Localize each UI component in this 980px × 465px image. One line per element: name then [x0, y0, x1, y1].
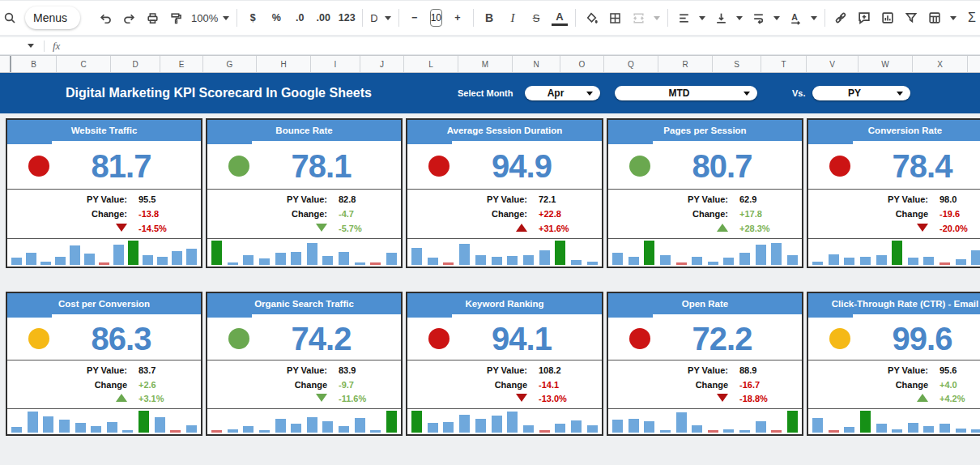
text-rotation-icon[interactable]: A	[787, 10, 803, 26]
change-percent: -13.0%	[539, 394, 567, 403]
horizontal-align-icon[interactable]	[675, 10, 692, 26]
period-value: MTD	[615, 87, 744, 99]
stat-row: PY Value:98.0	[808, 193, 980, 206]
spark-bar-blue	[771, 243, 782, 265]
decrease-font-size-button[interactable]: −	[407, 10, 423, 26]
column-header-T[interactable]: T	[761, 56, 807, 72]
column-header-I[interactable]: I	[311, 56, 360, 72]
change-label: Change:	[608, 209, 728, 219]
kpi-card-title: Website Traffic	[7, 120, 201, 141]
create-filter-icon[interactable]	[903, 10, 919, 26]
chevron-down-icon[interactable]	[736, 16, 743, 20]
status-dot-yellow	[28, 328, 49, 349]
column-header-X[interactable]: X	[913, 56, 968, 72]
column-header-O[interactable]: O	[560, 56, 604, 72]
bold-button[interactable]: B	[481, 10, 497, 26]
column-header-G[interactable]: G	[203, 56, 257, 72]
text-wrap-icon[interactable]	[750, 10, 766, 26]
stat-row: +4.2%	[808, 392, 980, 405]
column-header-E[interactable]: E	[160, 56, 203, 72]
spark-bar-blue	[956, 429, 966, 433]
column-header-C[interactable]: C	[57, 56, 111, 72]
italic-button[interactable]: I	[505, 10, 521, 26]
spark-bar-blue	[523, 425, 534, 433]
kpi-value: 99.6	[850, 321, 980, 357]
triangle-up-icon	[917, 394, 928, 402]
fill-color-icon[interactable]	[583, 10, 599, 26]
column-header-L[interactable]: L	[404, 56, 458, 72]
column-header-W[interactable]: W	[859, 56, 913, 72]
spark-bar-blue	[844, 427, 854, 433]
kpi-stats: PY Value:98.0Change-19.6-20.0%	[808, 190, 980, 240]
chevron-down-icon[interactable]	[699, 16, 705, 20]
spark-bar-blue	[612, 253, 623, 265]
vertical-align-icon[interactable]	[713, 10, 729, 26]
chevron-down-icon[interactable]	[773, 16, 780, 20]
kpi-value-row: 80.7	[608, 144, 802, 190]
change-percent: -11.6%	[339, 394, 366, 403]
column-header-N[interactable]: N	[513, 56, 560, 72]
chevron-down-icon	[897, 92, 903, 96]
insert-link-icon[interactable]	[833, 10, 849, 26]
undo-icon[interactable]	[97, 10, 113, 26]
merge-cells-icon	[630, 10, 646, 26]
redo-icon[interactable]	[121, 10, 137, 26]
py-value: 82.8	[339, 194, 356, 204]
chevron-down-icon[interactable]	[811, 16, 817, 20]
insert-table-icon[interactable]	[927, 10, 943, 26]
font-select[interactable]: Defaul...	[370, 12, 377, 24]
kpi-stats: PY Value:95.5Change:-13.8-14.5%	[7, 190, 201, 240]
paint-format-icon[interactable]	[168, 10, 184, 26]
change-value: +22.8	[539, 209, 561, 219]
name-box-dropdown-icon[interactable]	[28, 44, 34, 48]
spark-bar-blue	[660, 255, 671, 265]
format-percent-button[interactable]: %	[268, 10, 284, 26]
column-header-D[interactable]: D	[111, 56, 160, 72]
functions-button[interactable]: Σ	[964, 10, 980, 26]
stat-row: PY Value:95.5	[7, 193, 201, 206]
insert-chart-icon[interactable]	[880, 10, 896, 26]
column-header-Q[interactable]: Q	[604, 56, 658, 72]
column-header-M[interactable]: M	[458, 56, 513, 72]
search-icon[interactable]	[2, 10, 18, 26]
font-size-input[interactable]: 10	[430, 9, 442, 27]
text-color-button[interactable]: A	[552, 10, 568, 26]
py-value: 95.6	[940, 365, 957, 375]
column-header-B[interactable]: B	[11, 56, 57, 72]
compare-dropdown[interactable]: PY	[812, 86, 910, 100]
column-header-R[interactable]: R	[658, 56, 713, 72]
dashboard-title: Digital Marketing KPI Scorecard In Googl…	[16, 73, 421, 113]
more-formats-button[interactable]: 123	[339, 10, 355, 26]
chevron-down-icon[interactable]	[950, 16, 957, 20]
borders-icon[interactable]	[607, 10, 623, 26]
insert-comment-icon[interactable]	[856, 10, 872, 26]
format-currency-button[interactable]: $	[245, 10, 261, 26]
compare-value: PY	[812, 87, 897, 99]
change-percent: +31.6%	[539, 224, 569, 233]
spark-bar-blue	[75, 423, 86, 433]
py-label: PY Value:	[608, 365, 728, 375]
trend-triangle-cell	[608, 224, 728, 233]
increase-decimal-button[interactable]: .00	[315, 10, 331, 26]
stat-row: Change:-4.7	[207, 207, 401, 220]
decrease-decimal-button[interactable]: .0	[292, 10, 308, 26]
chevron-down-icon[interactable]	[385, 16, 391, 20]
spark-bar-blue	[756, 421, 766, 433]
column-header-V[interactable]: V	[807, 56, 859, 72]
column-header-S[interactable]: S	[713, 56, 761, 72]
strikethrough-button[interactable]: S	[528, 10, 544, 26]
spark-bar-blue	[243, 255, 254, 265]
column-header-J[interactable]: J	[360, 56, 404, 72]
zoom-select[interactable]: 100%	[191, 12, 229, 24]
menus-button[interactable]: Menus	[25, 6, 80, 29]
spark-bar-blue	[555, 424, 565, 433]
month-dropdown[interactable]: Apr	[525, 86, 600, 100]
toolbar-divider	[236, 9, 237, 27]
increase-font-size-button[interactable]: +	[450, 10, 466, 26]
spark-bar-blue	[908, 258, 918, 265]
column-header-H[interactable]: H	[257, 56, 311, 72]
period-dropdown[interactable]: MTD	[615, 86, 757, 100]
print-icon[interactable]	[144, 10, 160, 26]
spark-bar-blue	[411, 248, 422, 265]
kpi-stats: PY Value:83.9Change-9.7-11.6%	[207, 360, 401, 409]
